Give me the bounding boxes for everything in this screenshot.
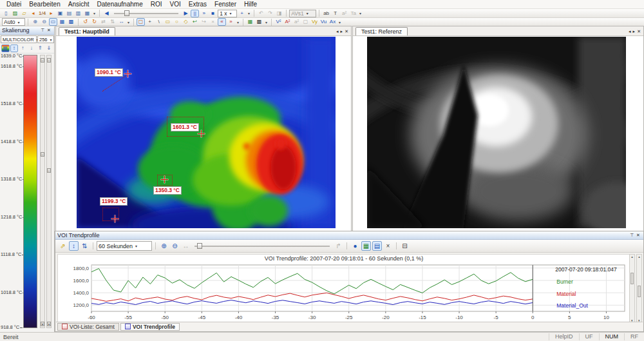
- trend-plot[interactable]: -60-55-50-45-40-35-30-25-20-15-10-505101…: [58, 262, 629, 323]
- zoom-out-icon[interactable]: ⊖: [40, 18, 48, 26]
- annotation-marker[interactable]: [161, 176, 168, 183]
- playback-position-slider[interactable]: [114, 10, 178, 17]
- tab-next-icon[interactable]: ▸: [341, 29, 343, 34]
- palette-combo[interactable]: MULTICOLOR▾: [1, 35, 37, 43]
- interval-combo[interactable]: 60 Sekunden▾: [97, 241, 152, 251]
- menu-ansicht[interactable]: Ansicht: [64, 1, 93, 8]
- roi-rect-icon[interactable]: ▭: [164, 18, 172, 26]
- menu-fenster[interactable]: Fenster: [211, 1, 240, 8]
- autoscale-icon[interactable]: ↕: [10, 44, 19, 52]
- delete-icon[interactable]: ×: [383, 241, 393, 251]
- zoom-time-out-icon[interactable]: ⊖: [170, 241, 180, 251]
- annotation-marker[interactable]: [111, 215, 118, 222]
- roi-polygon-icon[interactable]: ◇: [182, 18, 190, 26]
- palette-icon[interactable]: ▦: [1, 44, 10, 52]
- tab-next-icon[interactable]: ▸: [633, 29, 636, 34]
- scale-min-icon[interactable]: ↓: [28, 44, 36, 52]
- value-a2-icon[interactable]: A²: [283, 18, 292, 26]
- next-frame-icon[interactable]: ▸: [47, 10, 55, 17]
- scale-max-icon[interactable]: ↑: [19, 44, 27, 52]
- profile-window-icon[interactable]: ▩: [67, 18, 75, 26]
- value-vu-icon[interactable]: Vu: [319, 18, 328, 26]
- tab-close-icon[interactable]: ✕: [345, 29, 348, 34]
- roi-ellipse-icon[interactable]: ○: [173, 18, 181, 26]
- rotate-cw-icon[interactable]: ↻: [90, 18, 99, 26]
- menu-datei[interactable]: Datei: [3, 1, 25, 8]
- label-a2-icon[interactable]: a²: [340, 10, 348, 17]
- value-window-icon[interactable]: ▢: [301, 18, 310, 26]
- live-update-icon[interactable]: ●: [350, 241, 360, 251]
- tab-hauptbild[interactable]: Test1: Hauptbild: [59, 27, 115, 35]
- zoom-time-in-icon[interactable]: ⊕: [159, 241, 169, 251]
- menu-voi[interactable]: VOI: [166, 1, 184, 8]
- roi-paste-icon[interactable]: ↪: [200, 18, 208, 26]
- roi-export-icon[interactable]: »: [227, 18, 235, 26]
- value-ax-icon[interactable]: Ax: [328, 18, 337, 26]
- scale-lower-slider[interactable]: −−▾: [46, 55, 52, 328]
- voi-chart-icon[interactable]: ▩: [255, 18, 263, 26]
- annotation-marker[interactable]: [198, 130, 205, 137]
- open-image-icon[interactable]: ▨: [11, 10, 19, 17]
- add-marker-icon[interactable]: +: [238, 10, 246, 17]
- reference-image[interactable]: [367, 37, 626, 228]
- shrink-range-icon[interactable]: ⇓: [45, 44, 53, 52]
- time-range-slider[interactable]: [194, 242, 330, 249]
- auto-scale-combo[interactable]: Auto▾: [2, 18, 25, 26]
- flip-h-icon[interactable]: ⇄: [99, 18, 108, 26]
- copy-image-icon[interactable]: ▤: [65, 10, 73, 17]
- menu-datenaufnahme[interactable]: Datenaufnahme: [93, 1, 147, 8]
- copy-table-icon[interactable]: ▦: [361, 241, 371, 251]
- audio-icon[interactable]: ◀: [102, 10, 111, 17]
- menu-hilfe[interactable]: Hilfe: [240, 1, 261, 8]
- value-a2-gray-icon[interactable]: a²: [292, 18, 301, 26]
- tab-close-icon[interactable]: ✕: [637, 29, 641, 34]
- annotation-marker[interactable]: [124, 70, 131, 77]
- label-t-icon[interactable]: T: [331, 10, 339, 17]
- layout-icon[interactable]: ◨: [275, 10, 283, 17]
- playback-overflow-icon[interactable]: ▾: [247, 11, 251, 15]
- temp-annotation-label[interactable]: 1601.3 °C: [171, 123, 199, 132]
- expand-range-icon[interactable]: ⇑: [36, 44, 44, 52]
- roi-delete-icon[interactable]: ×: [209, 18, 217, 26]
- play-icon[interactable]: ▶: [182, 10, 190, 17]
- temp-annotation-label[interactable]: 1350.3 °C: [153, 186, 182, 195]
- label-overflow-icon[interactable]: ▾: [358, 11, 363, 15]
- roi-overflow-icon[interactable]: ▾: [236, 20, 240, 24]
- close-icon[interactable]: ✕: [635, 233, 641, 238]
- save-icon[interactable]: ▣: [56, 10, 64, 17]
- redo-icon[interactable]: ↷: [266, 10, 274, 17]
- menu-bearbeiten[interactable]: Bearbeiten: [25, 1, 64, 8]
- send-report-icon[interactable]: ⇗: [58, 241, 68, 251]
- tab-voi-trendprofile[interactable]: VOI Trendprofile: [120, 323, 180, 331]
- speed-combo[interactable]: 1 x▾: [218, 10, 237, 17]
- color-scale-bar[interactable]: [23, 55, 37, 328]
- value-overflow-icon[interactable]: ▾: [337, 20, 342, 24]
- tab-prev-icon[interactable]: ◂: [336, 29, 339, 34]
- flip-v-icon[interactable]: ⇅: [108, 18, 117, 26]
- close-icon[interactable]: ✕: [46, 28, 52, 33]
- cursor-icon[interactable]: ↱: [334, 241, 343, 251]
- pan-icon[interactable]: ↔: [117, 18, 126, 26]
- value-vy-icon[interactable]: Vy: [310, 18, 319, 26]
- menu-extras[interactable]: Extras: [185, 1, 211, 8]
- trend-chart[interactable]: VOI Trendprofile: 2007-07-20 09:18:01 - …: [57, 254, 630, 324]
- export-table-icon[interactable]: ▤: [372, 241, 382, 251]
- pause-icon[interactable]: ||: [191, 10, 199, 17]
- zoom-in-icon[interactable]: ⊕: [31, 18, 39, 26]
- label-ta-icon[interactable]: Ta: [349, 10, 357, 17]
- pin-icon[interactable]: ⊤: [39, 28, 46, 33]
- trend-vscrollbar-2[interactable]: ▴▾: [636, 254, 642, 324]
- temp-annotation-label[interactable]: 1199.3 °C: [100, 197, 128, 206]
- roi-copy-icon[interactable]: ↩: [191, 18, 199, 26]
- new-file-icon[interactable]: ▯: [2, 10, 10, 17]
- stop-icon[interactable]: ■: [209, 10, 217, 17]
- autoscale-y-icon[interactable]: ↕: [69, 241, 79, 251]
- pan-time-icon[interactable]: ↔: [181, 241, 191, 251]
- voi-image-icon[interactable]: ▦: [246, 18, 254, 26]
- scale-settings-icon[interactable]: ⇅: [80, 241, 90, 251]
- trend-vscrollbar-1[interactable]: ▴▾: [629, 254, 635, 324]
- label-ab-icon[interactable]: ab: [322, 10, 330, 17]
- snapshot-icon[interactable]: ▦: [83, 10, 91, 17]
- temp-annotation-label[interactable]: 1090.1 °C: [95, 68, 123, 77]
- tab-prev-icon[interactable]: ◂: [629, 29, 631, 34]
